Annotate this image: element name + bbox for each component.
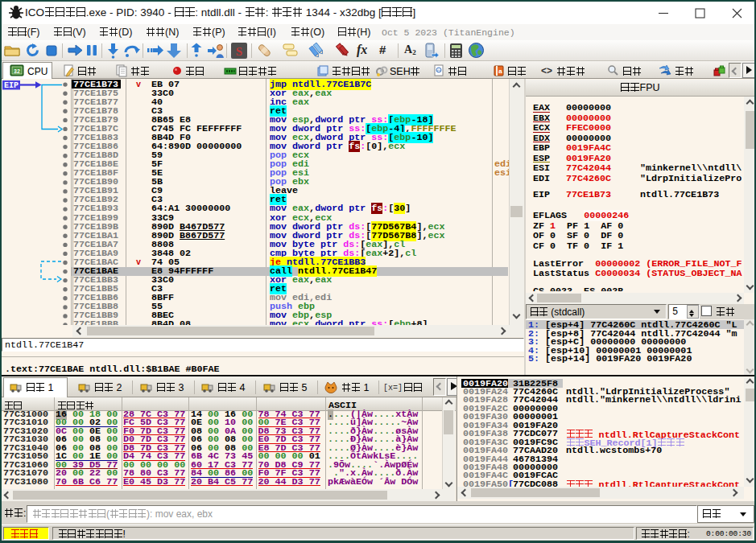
svg-text:S: S xyxy=(236,45,242,58)
svg-text:EIP: EIP xyxy=(4,81,19,90)
svg-text:32: 32 xyxy=(14,68,20,74)
svg-text:a: a xyxy=(498,68,502,75)
svg-text:<>: <> xyxy=(436,68,441,73)
